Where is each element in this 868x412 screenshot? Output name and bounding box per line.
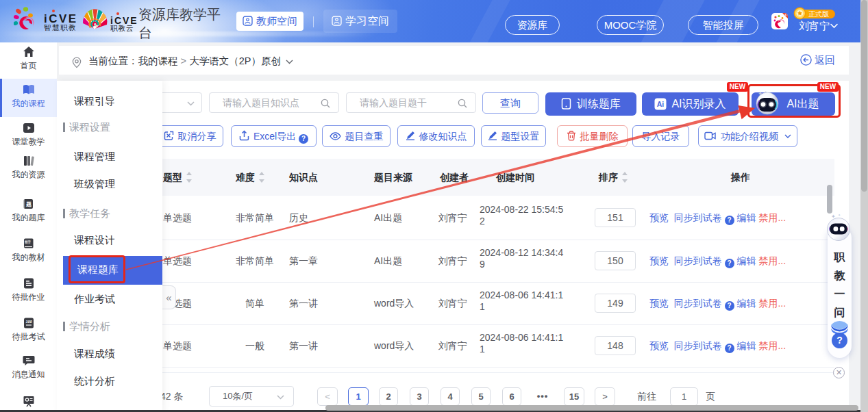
svg-text:✦: ✦ [838, 213, 841, 217]
svg-text:数字: 数字 [25, 240, 32, 244]
svg-text:题: 题 [25, 201, 32, 207]
svg-text:Ai: Ai [657, 100, 665, 108]
svg-text:100: 100 [25, 320, 32, 324]
